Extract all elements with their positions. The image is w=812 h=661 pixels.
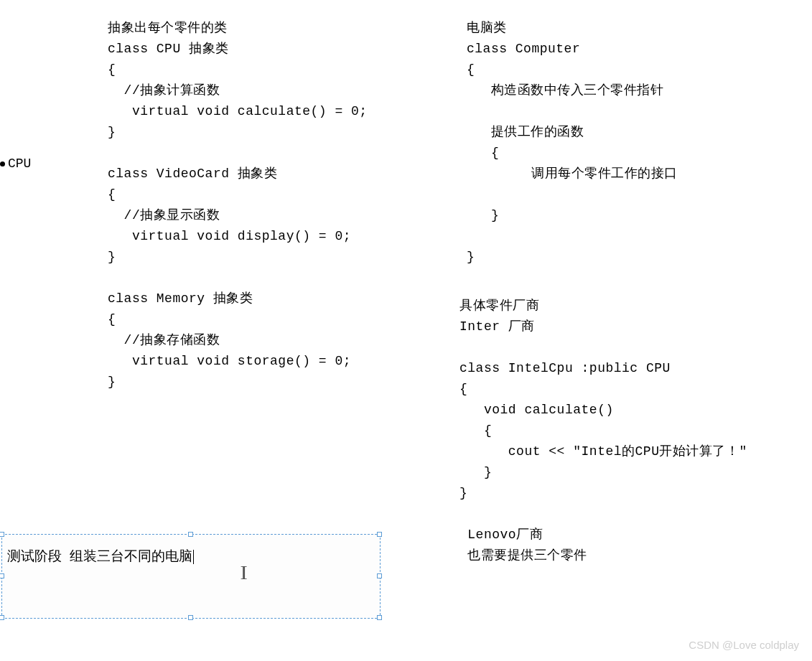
bullet-text: CPU bbox=[8, 156, 31, 171]
code-block-right-bottom: 具体零件厂商 Inter 厂商 class IntelCpu :public C… bbox=[459, 296, 747, 566]
resize-handle-middle-right[interactable] bbox=[377, 573, 382, 578]
resize-handle-bottom-left[interactable] bbox=[0, 615, 4, 620]
text-caret-icon bbox=[193, 550, 194, 564]
watermark-text: CSDN @Love coldplay bbox=[689, 639, 799, 651]
bullet-cpu-label: CPU bbox=[0, 156, 31, 171]
selection-text-content[interactable]: 测试阶段 组装三台不同的电脑 bbox=[7, 547, 194, 566]
resize-handle-top-left[interactable] bbox=[0, 532, 4, 537]
resize-handle-middle-left[interactable] bbox=[0, 573, 4, 578]
code-block-left: 抽象出每个零件的类 class CPU 抽象类 { //抽象计算函数 virtu… bbox=[108, 18, 368, 393]
resize-handle-bottom-center[interactable] bbox=[188, 615, 193, 620]
ibeam-cursor-icon: I bbox=[241, 561, 248, 584]
bullet-icon bbox=[0, 161, 5, 167]
selection-text-value: 测试阶段 组装三台不同的电脑 bbox=[7, 549, 192, 565]
resize-handle-top-center[interactable] bbox=[188, 532, 193, 537]
code-block-right-top: 电脑类 class Computer { 构造函数中传入三个零件指针 提供工作的… bbox=[467, 18, 678, 268]
resize-handle-top-right[interactable] bbox=[377, 532, 382, 537]
resize-handle-bottom-right[interactable] bbox=[377, 615, 382, 620]
